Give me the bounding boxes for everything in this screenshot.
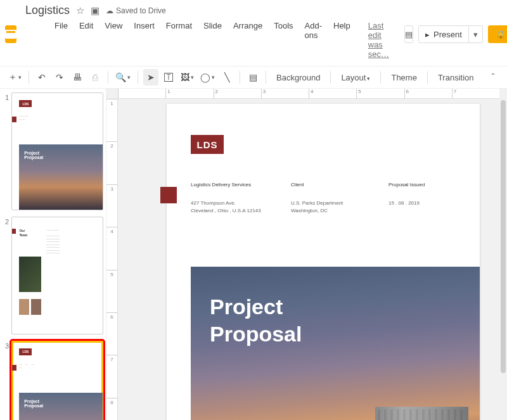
- slide-thumbnail-2[interactable]: OurTeam ——— ————————————————————————————…: [11, 217, 103, 334]
- cloud-icon: ☁: [106, 6, 113, 15]
- slide-logo[interactable]: LDS: [191, 135, 224, 154]
- slide-number: 1: [3, 92, 9, 210]
- play-icon: ▸: [425, 30, 430, 39]
- theme-button[interactable]: Theme: [386, 73, 421, 82]
- background-button[interactable]: Background: [271, 73, 325, 82]
- layout-button[interactable]: Layout: [336, 73, 375, 82]
- textbox-tool[interactable]: 🅃: [161, 69, 176, 86]
- menu-arrange[interactable]: Arrange: [228, 19, 267, 61]
- transition-button[interactable]: Transition: [433, 73, 479, 82]
- present-dropdown[interactable]: ▾: [469, 25, 483, 43]
- print-button[interactable]: 🖶: [70, 69, 85, 86]
- menu-help[interactable]: Help: [328, 19, 356, 61]
- vertical-scrollbar[interactable]: [499, 99, 507, 420]
- thumb-logo: LDS: [19, 348, 32, 355]
- slide-thumbnail-1[interactable]: LDS — — —— — ProjectProposal: [11, 92, 103, 210]
- redo-button[interactable]: ↷: [52, 69, 67, 86]
- collapse-toolbar-button[interactable]: ˆ: [485, 69, 501, 86]
- menu-edit[interactable]: Edit: [74, 19, 98, 61]
- slide-canvas-area[interactable]: 1234567 12345678 LDS Logistics Delivery …: [106, 89, 507, 420]
- truck-graphic: [318, 393, 468, 420]
- menu-insert[interactable]: Insert: [129, 19, 160, 61]
- image-tool[interactable]: 🖼: [179, 69, 196, 86]
- slide-filmstrip[interactable]: 1 LDS — — —— — ProjectProposal 2 OurTeam…: [0, 89, 106, 420]
- menu-bar: File Edit View Insert Format Slide Arran…: [22, 18, 394, 65]
- slide-canvas[interactable]: LDS Logistics Delivery Services 427 Thom…: [167, 104, 480, 420]
- scrollbar-thumb[interactable]: [501, 100, 506, 373]
- line-tool[interactable]: ╲: [219, 69, 234, 86]
- menu-format[interactable]: Format: [161, 19, 197, 61]
- undo-button[interactable]: ↶: [34, 69, 49, 86]
- slide-accent-block: [160, 187, 177, 203]
- zoom-button[interactable]: 🔍: [113, 69, 132, 86]
- slide-hero-title[interactable]: ProjectProposal: [210, 293, 302, 347]
- star-icon[interactable]: ☆: [76, 5, 84, 16]
- lock-icon: 🔒: [496, 30, 506, 39]
- menu-slide[interactable]: Slide: [198, 19, 227, 61]
- shape-tool[interactable]: ◯: [198, 69, 217, 86]
- save-status: ☁Saved to Drive: [106, 6, 166, 15]
- slide-number: 3: [3, 341, 9, 420]
- menu-addons[interactable]: Add-ons: [300, 19, 327, 61]
- menu-tools[interactable]: Tools: [269, 19, 298, 61]
- slide-info-client[interactable]: Client U.S. Parks Department Washington,…: [291, 181, 361, 215]
- thumb-hero-title: ProjectProposal: [24, 399, 43, 408]
- select-tool[interactable]: ➤: [143, 69, 158, 86]
- slide-thumbnail-3[interactable]: LDS — — —— ProjectProposal: [11, 341, 103, 420]
- share-button[interactable]: 🔒Share: [488, 25, 507, 43]
- last-edit-link[interactable]: Last edit was sec…: [363, 19, 394, 61]
- new-slide-button[interactable]: ＋: [6, 69, 23, 86]
- present-button[interactable]: ▸Present: [418, 25, 469, 43]
- menu-file[interactable]: File: [49, 19, 73, 61]
- slide-info-date[interactable]: Proposal Issued 15 . 08 . 2019: [388, 181, 458, 207]
- comments-button[interactable]: ▤: [404, 25, 413, 43]
- toolbar: ＋ ↶ ↷ 🖶 ⎙ 🔍 ➤ 🅃 🖼 ◯ ╲ ▤ Background Layou…: [0, 66, 507, 89]
- vertical-ruler: 12345678: [106, 99, 118, 420]
- paint-format-button[interactable]: ⎙: [87, 69, 103, 86]
- menu-view[interactable]: View: [99, 19, 127, 61]
- comment-icon: ▤: [405, 30, 413, 39]
- slide-info-company[interactable]: Logistics Delivery Services 427 Thompson…: [191, 181, 267, 215]
- thumb-hero-title: ProjectProposal: [24, 151, 43, 160]
- slide-number: 2: [3, 217, 9, 334]
- comment-tool[interactable]: ▤: [245, 69, 260, 86]
- document-title[interactable]: Logistics: [22, 4, 70, 17]
- slide-hero-image[interactable]: ProjectProposal: [191, 267, 480, 420]
- horizontal-ruler: 1234567: [118, 89, 499, 99]
- move-icon[interactable]: ▣: [91, 5, 99, 16]
- thumb-logo: LDS: [19, 100, 32, 107]
- slides-app-icon[interactable]: [5, 25, 16, 43]
